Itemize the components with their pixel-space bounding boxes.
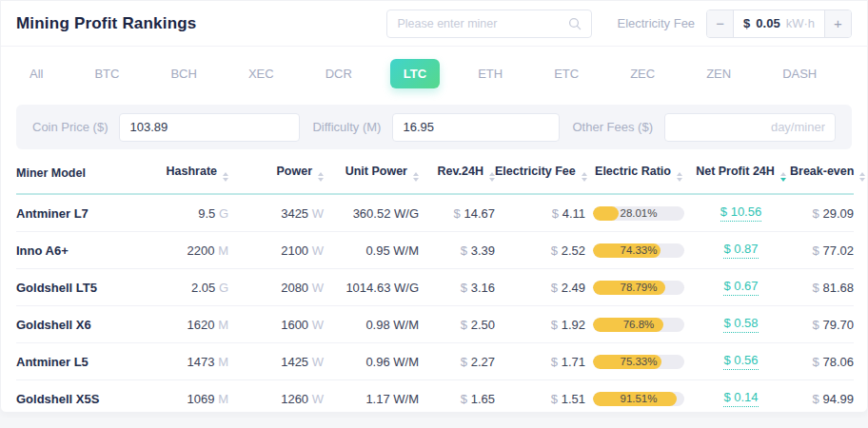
currency-symbol: $ (454, 206, 461, 221)
cell-miner-model: Inno A6+ (16, 232, 154, 269)
net-profit-link[interactable]: $ 0.56 (723, 353, 758, 370)
tab-dcr[interactable]: DCR (312, 59, 365, 88)
column-label-electricity_fee: Electricity Fee (495, 165, 576, 178)
column-header-hashrate[interactable]: Hashrate (154, 151, 228, 194)
column-label-rev_24h: Rev.24H (438, 165, 483, 178)
cell-electric-ratio: 91.51% (585, 380, 692, 414)
sort-caret-up (582, 172, 587, 176)
column-header-rev_24h[interactable]: Rev.24H (419, 151, 495, 194)
cell-net-profit-24h: $ 0.87 (692, 232, 790, 269)
fee-increase-button[interactable]: + (824, 10, 851, 37)
miner-model-name: Goldshell X6 (16, 318, 91, 332)
fee-decrease-button[interactable]: − (707, 10, 734, 37)
currency-symbol: $ (461, 355, 467, 369)
cell-rev-24h-value: 2.27 (471, 355, 495, 369)
sort-icon-net_profit_24h[interactable] (780, 172, 786, 182)
cell-hashrate: 2200 M (154, 232, 228, 269)
tab-etc[interactable]: ETC (541, 59, 592, 88)
net-profit-link[interactable]: $ 0.87 (723, 242, 758, 259)
column-header-power[interactable]: Power (228, 151, 324, 194)
cell-electricity-fee-value: 1.71 (562, 355, 585, 369)
sort-caret-up (413, 172, 419, 176)
table-row: Goldshell X5S1069 M1260 W1.17 W/M$ 1.65$… (16, 380, 854, 414)
currency-symbol: $ (461, 318, 467, 332)
net-profit-link[interactable]: $ 0.14 (723, 390, 758, 407)
sort-caret-down (859, 178, 865, 182)
tab-eth[interactable]: ETH (464, 59, 516, 88)
tab-lbc[interactable]: LBC (855, 59, 868, 88)
currency-symbol: $ (551, 318, 558, 332)
cell-hashrate-value: 9.5 (198, 206, 215, 221)
tab-ltc[interactable]: LTC (390, 59, 440, 88)
cell-hashrate-unit: M (218, 355, 228, 369)
tab-zen[interactable]: ZEN (693, 59, 744, 88)
cell-hashrate-value: 1620 (187, 318, 215, 332)
sort-caret-down (318, 178, 324, 182)
tab-zec[interactable]: ZEC (617, 59, 668, 88)
net-profit-link[interactable]: $ 10.56 (720, 204, 761, 222)
cell-electricity-fee: $ 2.52 (495, 232, 585, 269)
cell-break-even-value: 77.02 (822, 243, 854, 258)
cell-unit-power: 0.98 W/M (324, 306, 419, 343)
cell-hashrate-unit: M (218, 243, 228, 258)
cell-rev-24h-value: 14.67 (464, 206, 495, 221)
column-header-electricity_fee[interactable]: Electricity Fee (495, 151, 585, 194)
cell-rev-24h-value: 3.39 (471, 243, 495, 258)
sort-icon-electricity_fee[interactable] (582, 172, 587, 182)
column-header-net_profit_24h[interactable]: Net Profit 24H (692, 151, 790, 194)
cell-power: 2100 W (228, 232, 324, 269)
sort-icon-power[interactable] (318, 172, 324, 182)
miner-search-box[interactable] (386, 10, 592, 38)
column-label-break_even: Break-even (790, 165, 854, 178)
cell-electric-ratio: 75.33% (585, 343, 692, 380)
net-profit-link[interactable]: $ 0.58 (723, 316, 758, 333)
cell-power-unit: W (312, 281, 324, 295)
currency-symbol: $ (813, 243, 819, 258)
sort-icon-break_even[interactable] (859, 172, 865, 182)
sort-icon-electric_ratio[interactable] (677, 172, 682, 182)
cell-hashrate: 1620 M (154, 306, 228, 343)
cell-electricity-fee: $ 2.49 (495, 269, 585, 306)
search-icon[interactable] (568, 17, 582, 30)
sort-icon-unit_power[interactable] (413, 172, 419, 182)
cell-miner-model: Antminer L5 (16, 343, 154, 380)
column-header-miner_model: Miner Model (16, 151, 154, 194)
cell-break-even: $ 81.68 (790, 269, 854, 306)
fee-currency-symbol: $ (743, 16, 750, 30)
tab-bch[interactable]: BCH (157, 59, 209, 88)
cell-electricity-fee: $ 1.71 (495, 343, 585, 380)
table-row: Antminer L51473 M1425 W0.96 W/M$ 2.27$ 1… (16, 343, 854, 380)
cell-hashrate: 1473 M (154, 343, 228, 380)
cell-break-even-value: 29.09 (822, 206, 854, 221)
tab-btc[interactable]: BTC (81, 59, 132, 88)
column-header-break_even[interactable]: Break-even (790, 151, 854, 194)
coin-price-group: Coin Price ($) (32, 113, 300, 142)
cell-hashrate-value: 1473 (187, 355, 215, 369)
column-header-unit_power[interactable]: Unit Power (324, 151, 419, 194)
other-fees-group: Other Fees ($) (572, 113, 836, 142)
search-input[interactable] (397, 17, 568, 30)
column-header-electric_ratio[interactable]: Electric Ratio (585, 151, 692, 194)
cell-miner-model: Goldshell X5S (16, 380, 154, 414)
coin-price-input[interactable] (119, 113, 300, 142)
cell-net-profit-24h: $ 10.56 (692, 194, 790, 232)
tab-xec[interactable]: XEC (235, 59, 287, 88)
miner-model-name: Goldshell LT5 (16, 281, 97, 295)
tab-dash[interactable]: DASH (769, 59, 830, 88)
table-row: Goldshell LT52.05 G2080 W1014.63 W/G$ 3.… (16, 269, 854, 306)
other-fees-input[interactable] (664, 113, 836, 142)
tab-all[interactable]: All (16, 59, 56, 88)
column-label-unit_power: Unit Power (345, 165, 407, 178)
difficulty-label: Difficulty (M) (312, 120, 381, 134)
rankings-table: Miner ModelHashratePowerUnit PowerRev.24… (16, 151, 854, 413)
sort-caret-up (223, 172, 228, 176)
difficulty-input[interactable] (392, 113, 560, 142)
cell-hashrate: 9.5 G (154, 194, 228, 232)
electricity-fee-control: Electricity Fee − $ 0.05 kW·h + (617, 10, 852, 38)
column-label-net_profit_24h: Net Profit 24H (696, 165, 775, 178)
cell-hashrate-unit: G (219, 206, 228, 221)
sort-icon-hashrate[interactable] (223, 172, 228, 182)
electric-ratio-label: 78.79% (593, 281, 684, 295)
electric-ratio-label: 28.01% (593, 206, 684, 221)
net-profit-link[interactable]: $ 0.67 (723, 279, 758, 296)
